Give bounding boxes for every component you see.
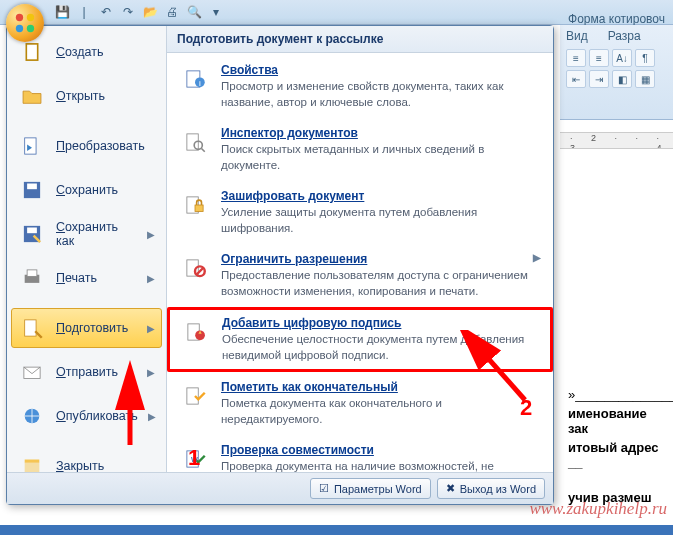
sub-item-desc: Просмотр и изменение свойств документа, …: [221, 79, 541, 110]
svg-point-3: [27, 25, 34, 32]
sub-item-encrypt[interactable]: Зашифровать документ Усиление защиты док…: [167, 181, 553, 244]
doc-line-1: »________________20: [568, 387, 673, 402]
new-doc-icon: [18, 38, 46, 66]
shading-icon[interactable]: ◧: [612, 70, 632, 88]
taskbar: [0, 525, 673, 535]
prepare-icon: [18, 314, 46, 342]
svg-rect-7: [27, 184, 37, 190]
save-icon: [18, 176, 46, 204]
undo-icon[interactable]: ↶: [98, 4, 114, 20]
sub-item-properties[interactable]: i Свойства Просмотр и изменение свойств …: [167, 55, 553, 118]
paragraph-icon[interactable]: ¶: [635, 49, 655, 67]
sub-item-desc: Поиск скрытых метаданных и личных сведен…: [221, 142, 541, 173]
menu-item-save[interactable]: Сохранить: [7, 168, 166, 212]
svg-rect-15: [25, 460, 40, 463]
svg-rect-23: [195, 205, 203, 212]
menu-item-label: Подготовить: [56, 321, 137, 335]
save-as-icon: [18, 220, 46, 248]
sub-item-desc: Предоставление пользователям доступа с о…: [221, 268, 541, 299]
chevron-right-icon: ▶: [533, 252, 541, 263]
document-area: »________________20 именование зак итовы…: [560, 149, 673, 535]
sub-item-compat[interactable]: W Проверка совместимости Проверка докуме…: [167, 435, 553, 472]
office-button[interactable]: [6, 4, 44, 42]
annotation-label-2: 2: [520, 395, 532, 421]
border-icon[interactable]: ▦: [635, 70, 655, 88]
sub-item-title: Свойства: [221, 63, 541, 77]
inspect-icon: [179, 126, 211, 158]
print-icon[interactable]: 🖨: [164, 4, 180, 20]
ribbon-fragment: Вид Разра ≡ ≡ A↓ ¶ ⇤ ⇥ ◧ ▦: [560, 25, 673, 120]
menu-item-label: Закрыть: [56, 459, 155, 472]
open-folder-icon: [18, 82, 46, 110]
redo-icon[interactable]: ↷: [120, 4, 136, 20]
sub-item-desc: Обеспечение целостности документа путем …: [222, 332, 540, 363]
sub-item-title: Добавить цифровую подпись: [222, 316, 540, 330]
svg-rect-9: [27, 228, 37, 234]
svg-rect-16: [25, 463, 40, 472]
save-icon[interactable]: 💾: [54, 4, 70, 20]
encrypt-icon: [179, 189, 211, 221]
menu-item-print[interactable]: Печать ▶: [7, 256, 166, 300]
open-icon[interactable]: 📂: [142, 4, 158, 20]
qat-more-icon[interactable]: ▾: [208, 4, 224, 20]
menu-item-publish[interactable]: Опубликовать ▶: [7, 394, 166, 438]
final-icon: [179, 380, 211, 412]
svg-rect-5: [25, 138, 36, 154]
tab-view[interactable]: Вид: [566, 29, 588, 43]
chevron-right-icon: ▶: [147, 367, 155, 378]
indent-left-icon[interactable]: ⇤: [566, 70, 586, 88]
doc-line-4: учив размеш: [568, 490, 665, 505]
sub-item-desc: Усиление защиты документа путем добавлен…: [221, 205, 541, 236]
menu-item-label: Отправить: [56, 365, 137, 379]
send-icon: [18, 358, 46, 386]
svg-rect-4: [26, 44, 37, 60]
signature-icon: [180, 316, 212, 348]
convert-icon: [18, 132, 46, 160]
sub-item-desc: Проверка документа на наличие возможност…: [221, 459, 541, 472]
window-title: Форма котировоч: [568, 12, 665, 26]
sort-icon[interactable]: A↓: [612, 49, 632, 67]
sub-item-title: Ограничить разрешения ▶: [221, 252, 541, 266]
sub-item-inspect[interactable]: Инспектор документов Поиск скрытых метад…: [167, 118, 553, 181]
menu-item-open-folder[interactable]: Открыть: [7, 74, 166, 118]
svg-rect-11: [27, 270, 37, 277]
menu-item-label: Сохранить: [56, 183, 155, 197]
chevron-right-icon: ▶: [147, 323, 155, 334]
exit-word-button[interactable]: ✖Выход из Word: [437, 478, 545, 499]
menu-item-convert[interactable]: Преобразовать: [7, 124, 166, 168]
menu-item-label: Сохранить как: [56, 220, 137, 248]
office-menu: Создать Открыть Преобразовать Сохранить …: [6, 25, 554, 505]
sub-item-title: Зашифровать документ: [221, 189, 541, 203]
ruler: · 2 · · · 3 · · · 4: [560, 132, 673, 149]
preview-icon[interactable]: 🔍: [186, 4, 202, 20]
menu-item-send[interactable]: Отправить ▶: [7, 350, 166, 394]
sub-item-signature[interactable]: Добавить цифровую подпись Обеспечение це…: [167, 307, 553, 372]
separator-icon: |: [76, 4, 92, 20]
sub-item-final[interactable]: Пометить как окончательный Пометка докум…: [167, 372, 553, 435]
indent-right-icon[interactable]: ⇥: [589, 70, 609, 88]
sub-item-restrict[interactable]: Ограничить разрешения ▶ Предоставление п…: [167, 244, 553, 307]
svg-rect-12: [25, 320, 36, 336]
word-options-button[interactable]: ☑Параметры Word: [310, 478, 431, 499]
annotation-label-1: 1: [188, 445, 200, 471]
office-menu-left: Создать Открыть Преобразовать Сохранить …: [7, 26, 167, 472]
close-icon: [18, 452, 46, 472]
doc-line-3: итовый адрес __: [568, 440, 665, 470]
chevron-right-icon: ▶: [147, 229, 155, 240]
align-center-icon[interactable]: ≡: [589, 49, 609, 67]
tab-developer[interactable]: Разра: [608, 29, 641, 43]
quick-access-toolbar: 💾 | ↶ ↷ 📂 🖨 🔍 ▾ Форма котировоч: [0, 0, 673, 25]
menu-item-close[interactable]: Закрыть: [7, 444, 166, 472]
menu-item-prepare[interactable]: Подготовить ▶: [11, 308, 162, 348]
menu-item-save-as[interactable]: Сохранить как ▶: [7, 212, 166, 256]
menu-item-label: Создать: [56, 45, 155, 59]
restrict-icon: [179, 252, 211, 284]
options-icon: ☑: [319, 482, 329, 495]
sub-item-desc: Пометка документа как окончательного и н…: [221, 396, 541, 427]
menu-item-label: Печать: [56, 271, 137, 285]
align-left-icon[interactable]: ≡: [566, 49, 586, 67]
svg-text:i: i: [199, 79, 201, 88]
sub-item-title: Пометить как окончательный: [221, 380, 541, 394]
properties-icon: i: [179, 63, 211, 95]
submenu-list: i Свойства Просмотр и изменение свойств …: [167, 53, 553, 472]
